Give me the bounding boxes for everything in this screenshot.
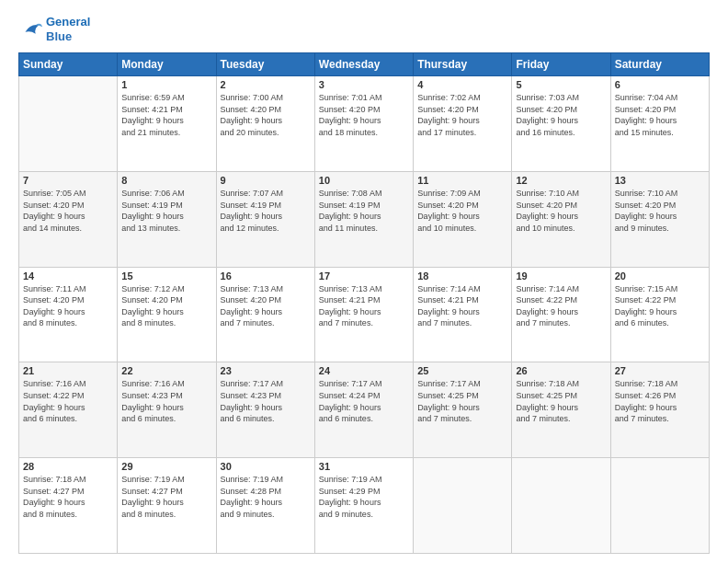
calendar-cell: 10Sunrise: 7:08 AM Sunset: 4:19 PM Dayli… [314,171,413,267]
day-number: 16 [221,270,311,282]
logo-icon [18,17,44,42]
day-info: Sunrise: 7:00 AM Sunset: 4:20 PM Dayligh… [221,92,311,138]
day-info: Sunrise: 7:19 AM Sunset: 4:28 PM Dayligh… [221,474,311,520]
day-number: 31 [319,461,409,472]
day-info: Sunrise: 7:18 AM Sunset: 4:25 PM Dayligh… [516,378,606,424]
calendar-cell: 13Sunrise: 7:10 AM Sunset: 4:20 PM Dayli… [610,171,709,267]
day-info: Sunrise: 7:17 AM Sunset: 4:23 PM Dayligh… [221,378,311,424]
day-header-sunday: Sunday [19,53,118,76]
day-info: Sunrise: 7:18 AM Sunset: 4:26 PM Dayligh… [615,378,705,424]
calendar-cell: 4Sunrise: 7:02 AM Sunset: 4:20 PM Daylig… [414,76,512,172]
logo: General Blue [18,15,90,43]
day-info: Sunrise: 7:10 AM Sunset: 4:20 PM Dayligh… [516,188,606,234]
day-header-saturday: Saturday [610,53,709,76]
week-row-3: 14Sunrise: 7:11 AM Sunset: 4:20 PM Dayli… [19,267,710,362]
day-info: Sunrise: 7:11 AM Sunset: 4:20 PM Dayligh… [23,283,113,329]
day-number: 6 [615,79,705,90]
calendar-cell: 5Sunrise: 7:03 AM Sunset: 4:20 PM Daylig… [512,76,610,172]
day-info: Sunrise: 7:15 AM Sunset: 4:22 PM Dayligh… [615,283,705,329]
day-number: 2 [221,79,311,90]
day-info: Sunrise: 7:19 AM Sunset: 4:27 PM Dayligh… [121,474,211,520]
day-info: Sunrise: 7:16 AM Sunset: 4:22 PM Dayligh… [23,378,113,424]
day-info: Sunrise: 7:17 AM Sunset: 4:24 PM Dayligh… [319,378,409,424]
day-number: 29 [121,461,211,472]
day-info: Sunrise: 7:03 AM Sunset: 4:20 PM Dayligh… [516,92,606,138]
day-number: 13 [615,175,705,186]
day-number: 8 [121,175,211,186]
calendar-cell: 2Sunrise: 7:00 AM Sunset: 4:20 PM Daylig… [216,76,314,172]
day-number: 18 [417,270,507,282]
day-number: 20 [615,270,705,282]
day-number: 24 [319,365,409,376]
day-header-thursday: Thursday [414,53,512,76]
day-header-wednesday: Wednesday [314,53,413,76]
week-row-2: 7Sunrise: 7:05 AM Sunset: 4:20 PM Daylig… [19,171,710,267]
calendar-cell: 7Sunrise: 7:05 AM Sunset: 4:20 PM Daylig… [19,171,118,267]
calendar-cell: 11Sunrise: 7:09 AM Sunset: 4:20 PM Dayli… [414,171,512,267]
day-number: 5 [516,79,606,90]
calendar-cell: 23Sunrise: 7:17 AM Sunset: 4:23 PM Dayli… [216,362,314,458]
calendar-cell: 20Sunrise: 7:15 AM Sunset: 4:22 PM Dayli… [610,267,709,362]
calendar-cell: 18Sunrise: 7:14 AM Sunset: 4:21 PM Dayli… [414,267,512,362]
day-info: Sunrise: 7:09 AM Sunset: 4:20 PM Dayligh… [417,188,507,234]
calendar-cell: 28Sunrise: 7:18 AM Sunset: 4:27 PM Dayli… [19,458,118,554]
calendar-cell: 24Sunrise: 7:17 AM Sunset: 4:24 PM Dayli… [314,362,413,458]
day-info: Sunrise: 7:14 AM Sunset: 4:22 PM Dayligh… [516,283,606,329]
calendar-cell: 30Sunrise: 7:19 AM Sunset: 4:28 PM Dayli… [216,458,314,554]
day-number: 28 [23,461,113,472]
day-number: 27 [615,365,705,376]
calendar-cell [610,458,709,554]
calendar-cell: 19Sunrise: 7:14 AM Sunset: 4:22 PM Dayli… [512,267,610,362]
logo-text: General Blue [46,15,90,43]
week-row-1: 1Sunrise: 6:59 AM Sunset: 4:21 PM Daylig… [19,76,710,172]
day-number: 26 [516,365,606,376]
page: General Blue SundayMondayTuesdayWednesda… [0,0,728,563]
day-number: 3 [319,79,409,90]
day-number: 17 [319,270,409,282]
calendar-cell [512,458,610,554]
week-row-4: 21Sunrise: 7:16 AM Sunset: 4:22 PM Dayli… [19,362,710,458]
calendar-cell: 27Sunrise: 7:18 AM Sunset: 4:26 PM Dayli… [610,362,709,458]
calendar-cell: 31Sunrise: 7:19 AM Sunset: 4:29 PM Dayli… [314,458,413,554]
day-number: 25 [417,365,507,376]
day-header-friday: Friday [512,53,610,76]
calendar-cell: 21Sunrise: 7:16 AM Sunset: 4:22 PM Dayli… [19,362,118,458]
day-info: Sunrise: 7:06 AM Sunset: 4:19 PM Dayligh… [121,188,211,234]
day-number: 14 [23,270,113,282]
day-number: 11 [417,175,507,186]
day-number: 30 [221,461,311,472]
calendar-table: SundayMondayTuesdayWednesdayThursdayFrid… [18,52,710,554]
calendar-cell: 29Sunrise: 7:19 AM Sunset: 4:27 PM Dayli… [118,458,216,554]
calendar-cell: 14Sunrise: 7:11 AM Sunset: 4:20 PM Dayli… [19,267,118,362]
day-info: Sunrise: 7:12 AM Sunset: 4:20 PM Dayligh… [121,283,211,329]
day-number: 21 [23,365,113,376]
week-row-5: 28Sunrise: 7:18 AM Sunset: 4:27 PM Dayli… [19,458,710,554]
day-number: 1 [121,79,211,90]
calendar-cell: 15Sunrise: 7:12 AM Sunset: 4:20 PM Dayli… [118,267,216,362]
calendar-cell: 9Sunrise: 7:07 AM Sunset: 4:19 PM Daylig… [216,171,314,267]
day-info: Sunrise: 7:16 AM Sunset: 4:23 PM Dayligh… [121,378,211,424]
day-info: Sunrise: 7:18 AM Sunset: 4:27 PM Dayligh… [23,474,113,520]
day-info: Sunrise: 7:02 AM Sunset: 4:20 PM Dayligh… [417,92,507,138]
day-info: Sunrise: 6:59 AM Sunset: 4:21 PM Dayligh… [121,92,211,138]
calendar-cell: 3Sunrise: 7:01 AM Sunset: 4:20 PM Daylig… [314,76,413,172]
day-header-monday: Monday [118,53,216,76]
day-number: 12 [516,175,606,186]
calendar-cell [414,458,512,554]
day-number: 19 [516,270,606,282]
day-info: Sunrise: 7:13 AM Sunset: 4:20 PM Dayligh… [221,283,311,329]
day-info: Sunrise: 7:04 AM Sunset: 4:20 PM Dayligh… [615,92,705,138]
day-info: Sunrise: 7:17 AM Sunset: 4:25 PM Dayligh… [417,378,507,424]
day-number: 4 [417,79,507,90]
day-number: 10 [319,175,409,186]
calendar-body: 1Sunrise: 6:59 AM Sunset: 4:21 PM Daylig… [19,76,710,554]
logo-line1: General [46,15,90,29]
day-number: 9 [221,175,311,186]
day-info: Sunrise: 7:01 AM Sunset: 4:20 PM Dayligh… [319,92,409,138]
day-header-tuesday: Tuesday [216,53,314,76]
day-number: 22 [121,365,211,376]
calendar-cell [19,76,118,172]
calendar-cell: 1Sunrise: 6:59 AM Sunset: 4:21 PM Daylig… [118,76,216,172]
day-info: Sunrise: 7:05 AM Sunset: 4:20 PM Dayligh… [23,188,113,234]
calendar-cell: 16Sunrise: 7:13 AM Sunset: 4:20 PM Dayli… [216,267,314,362]
